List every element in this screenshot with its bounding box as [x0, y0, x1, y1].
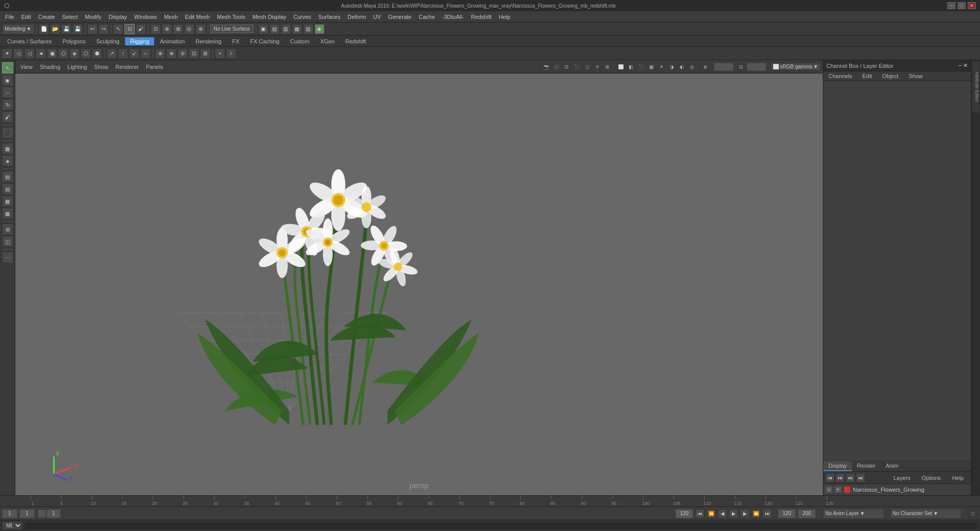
rig-tool-17[interactable]: ⊡ — [189, 49, 199, 59]
channel-box-close[interactable]: ✕ — [963, 62, 968, 69]
smooth-shade-btn[interactable]: ⬛ — [636, 62, 646, 71]
help-tab[interactable]: Help — [947, 473, 969, 482]
menu-windows[interactable]: Windows — [131, 13, 160, 21]
tab-rendering[interactable]: Rendering — [190, 37, 227, 45]
far-clip-input[interactable]: 1.00 — [747, 63, 766, 71]
layer-next-btn-1[interactable]: ⏭ — [846, 473, 855, 482]
range-end-input[interactable] — [675, 509, 693, 518]
rig-tool-1[interactable]: ✦ — [2, 49, 12, 59]
go-end-button[interactable]: ⏭ — [763, 509, 772, 518]
paint-button[interactable]: 🖌 — [136, 24, 146, 34]
paint-select-icon[interactable]: ◉ — [2, 75, 13, 86]
menu-edit[interactable]: Edit — [18, 13, 34, 21]
max-frame-input[interactable] — [778, 509, 796, 518]
next-key-button[interactable]: ⏩ — [751, 509, 761, 518]
extras-icon[interactable]: ⋯ — [2, 252, 13, 263]
camera-btn-1[interactable]: 📷 — [542, 62, 551, 71]
menu-select[interactable]: Select — [59, 13, 81, 21]
render-btn-2[interactable]: ▤ — [270, 24, 280, 34]
tab-object[interactable]: Object — [877, 71, 903, 81]
tab-rigging[interactable]: Rigging — [125, 37, 155, 45]
tab-fx-caching[interactable]: FX Caching — [245, 37, 285, 45]
render-btn-4[interactable]: ▦ — [292, 24, 302, 34]
start-frame-input[interactable] — [2, 509, 17, 518]
menu-surfaces[interactable]: Surfaces — [315, 13, 344, 21]
next-frame-button[interactable]: ▶ — [740, 509, 749, 518]
layers-tab[interactable]: Layers — [888, 473, 915, 482]
rig-tool-15[interactable]: ⊕ — [166, 49, 177, 59]
resolution-gate[interactable]: ⬛ — [572, 62, 581, 71]
tab-custom[interactable]: Custom — [285, 37, 315, 45]
viewport-content[interactable]: X Y Z persp — [15, 74, 823, 495]
snap-btn-2[interactable]: ⊕ — [162, 24, 172, 34]
menu-3dtoa[interactable]: -3DtoAll- — [439, 13, 467, 21]
lasso-select-icon[interactable]: ↻ — [2, 99, 13, 110]
hud-btn[interactable]: ⊞ — [603, 62, 612, 71]
menu-cache[interactable]: Cache — [415, 13, 438, 21]
paint-tool-icon[interactable]: 🖌 — [2, 111, 13, 123]
light-btn[interactable]: ☀ — [657, 62, 666, 71]
isolate-btn[interactable]: ⊕ — [701, 62, 710, 71]
tab-show[interactable]: Show — [903, 71, 928, 81]
options-tab[interactable]: Options — [916, 473, 946, 482]
select-tool-button[interactable]: ↖ — [113, 24, 124, 34]
layer-3-icon[interactable]: ▦ — [2, 196, 13, 207]
rig-tool-5[interactable]: ▣ — [47, 49, 57, 59]
layer-color-swatch[interactable] — [844, 486, 851, 493]
menu-create[interactable]: Create — [35, 13, 58, 21]
rig-tool-13[interactable]: ↔ — [140, 49, 151, 59]
tool-box-icon[interactable]: ⊞ — [2, 224, 13, 235]
rig-tool-16[interactable]: ⊘ — [178, 49, 188, 59]
save-as-button[interactable]: 💾 — [72, 24, 83, 34]
undo-button[interactable]: ↩ — [87, 24, 97, 34]
tab-channels[interactable]: Channels — [823, 71, 857, 81]
play-forward-button[interactable]: ▶ — [729, 509, 738, 518]
snap-btn-1[interactable]: ⊡ — [151, 24, 161, 34]
new-file-button[interactable]: 📄 — [39, 24, 49, 34]
render-btn-3[interactable]: ▥ — [281, 24, 291, 34]
layer-2-icon[interactable]: ▤ — [2, 183, 13, 195]
rig-tool-18[interactable]: ⊞ — [200, 49, 210, 59]
anim-layer-dropdown[interactable]: No Anim Layer ▼ — [823, 509, 884, 519]
rig-tool-7[interactable]: ◈ — [69, 49, 80, 59]
tab-fx[interactable]: FX — [227, 37, 245, 45]
prev-frame-button[interactable]: ◀ — [718, 509, 727, 518]
render-btn-5[interactable]: ▧ — [303, 24, 313, 34]
menu-modify[interactable]: Modify — [82, 13, 104, 21]
rig-tool-11[interactable]: ↑ — [118, 49, 128, 59]
tab-redshift[interactable]: Redshift — [340, 37, 372, 45]
layer-prev-btn-2[interactable]: ⏭ — [836, 473, 845, 482]
shadow-btn[interactable]: ◑ — [667, 62, 676, 71]
go-start-button[interactable]: ⏮ — [695, 509, 704, 518]
camera-btn-3[interactable]: ⊡ — [562, 62, 571, 71]
rig-tool-6[interactable]: ⬡ — [58, 49, 68, 59]
vp-menu-panels[interactable]: Panels — [143, 63, 166, 71]
rig-tool-12[interactable]: ↙ — [129, 49, 139, 59]
tab-curves-surfaces[interactable]: Curves / Surfaces — [2, 37, 57, 45]
close-button[interactable]: ✕ — [968, 2, 976, 9]
grid-btn[interactable]: # — [593, 62, 602, 71]
layer-4-icon[interactable]: ▦ — [2, 208, 13, 219]
frame-display-input[interactable] — [46, 509, 61, 518]
attribute-editor-tab[interactable]: Attribute Editor — [972, 61, 979, 113]
rig-tool-14[interactable]: ⊕ — [155, 49, 165, 59]
menu-mesh-display[interactable]: Mesh Display — [250, 13, 289, 21]
command-input[interactable] — [24, 522, 978, 529]
layer-visibility-btn[interactable]: V — [825, 486, 832, 493]
menu-deform[interactable]: Deform — [345, 13, 369, 21]
menu-help[interactable]: Help — [496, 13, 513, 21]
rig-tool-8[interactable]: ⬡ — [81, 49, 91, 59]
snap-btn-4[interactable]: ◎ — [184, 24, 194, 34]
rig-tool-10[interactable]: ↗ — [107, 49, 117, 59]
layer-prev-btn-1[interactable]: ⏮ — [825, 473, 835, 482]
snap-btn-5[interactable]: ⊗ — [195, 24, 206, 34]
auto-key-button[interactable]: ⊡ — [968, 509, 978, 518]
render-tab[interactable]: Render — [852, 461, 880, 471]
layer-pickable-btn[interactable]: P — [835, 486, 842, 493]
rig-tool-3[interactable]: ◁ — [24, 49, 35, 59]
prev-key-button[interactable]: ⏪ — [706, 509, 716, 518]
menu-uv[interactable]: UV — [370, 13, 384, 21]
select-tool-icon[interactable]: ↖ — [2, 62, 13, 74]
anim-tab[interactable]: Anim — [880, 461, 903, 471]
rig-tool-20[interactable]: ⊦ — [226, 49, 236, 59]
